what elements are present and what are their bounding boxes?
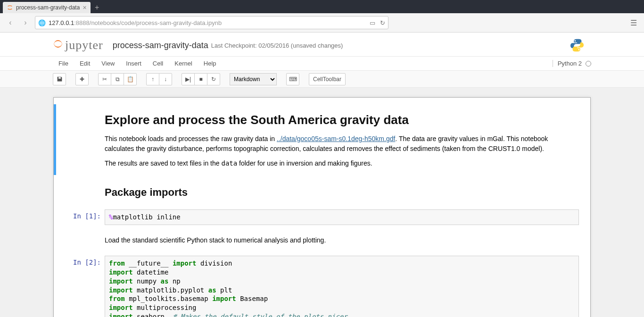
menu-edit[interactable]: Edit [74, 60, 96, 67]
menu-cell[interactable]: Cell [147, 60, 169, 67]
browser-tab-strip: process-sam-gravity-data × + [0, 0, 644, 13]
kernel-indicator: Python 2 [553, 60, 591, 67]
notebook-container: Explore and process the South America gr… [53, 97, 591, 317]
markdown-cell[interactable]: Explore and process the South America gr… [54, 104, 590, 175]
paragraph: This notebook loads and processes the ra… [105, 134, 579, 154]
menu-insert[interactable]: Insert [120, 60, 147, 67]
reader-mode-icon[interactable]: ▭ [370, 19, 375, 26]
run-button[interactable]: ▶| [182, 73, 195, 85]
browser-tab[interactable]: process-sam-gravity-data × [3, 2, 91, 13]
reload-icon[interactable]: ↻ [380, 19, 385, 26]
browser-tab-title: process-sam-gravity-data [16, 4, 80, 11]
move-down-button[interactable]: ↓ [159, 73, 172, 85]
code-input[interactable]: %matplotlib inline [105, 209, 579, 225]
jupyter-page: jupyter process-sam-gravity-data Last Ch… [0, 33, 644, 317]
jupyter-logo[interactable]: jupyter [53, 38, 103, 52]
toolbar: ✚ ✂ ⧉ 📋 ↑ ↓ ▶| ■ ↻ Markdown ⌨ CellToolba… [0, 71, 644, 88]
new-tab-button[interactable]: + [91, 2, 104, 13]
menu-bar: File Edit View Insert Cell Kernel Help P… [0, 56, 644, 71]
prompt [58, 179, 105, 204]
markdown-cell[interactable]: Package imports [54, 177, 590, 206]
markdown-cell[interactable]: Load the standard scientific Python stac… [54, 229, 590, 252]
data-file-link[interactable]: ../data/goco05s-sam-s0.1deg-h50km.gdf [277, 135, 395, 142]
url-path: /notebooks/code/process-sam-gravity-data… [90, 19, 222, 26]
jupyter-favicon [7, 4, 13, 11]
url-port: :8888 [74, 19, 90, 26]
copy-button[interactable]: ⧉ [111, 73, 124, 85]
kernel-status-icon [586, 61, 591, 67]
code-cell[interactable]: In [1]: %matplotlib inline [54, 208, 590, 227]
heading-1: Explore and process the South America gr… [105, 111, 579, 129]
paragraph: Load the standard scientific Python stac… [105, 235, 579, 245]
interrupt-button[interactable]: ■ [194, 73, 207, 85]
jupyter-logo-icon [53, 39, 63, 49]
move-up-button[interactable]: ↑ [146, 73, 159, 85]
prompt [58, 106, 105, 173]
restart-button[interactable]: ↻ [207, 73, 220, 85]
save-button[interactable] [53, 73, 66, 85]
back-button[interactable]: ‹ [5, 17, 16, 28]
tab-close-icon[interactable]: × [83, 4, 86, 11]
menu-help[interactable]: Help [198, 60, 222, 67]
forward-button[interactable]: › [20, 17, 31, 28]
input-prompt: In [1]: [58, 209, 105, 225]
paragraph: The results are saved to text files in t… [105, 158, 579, 168]
menu-file[interactable]: File [53, 60, 74, 67]
menu-kernel[interactable]: Kernel [169, 60, 198, 67]
heading-2: Package imports [105, 184, 579, 200]
cell-type-select[interactable]: Markdown [230, 73, 277, 85]
kernel-name: Python 2 [558, 60, 582, 67]
url-bar[interactable]: 🌐 127.0.0.1:8888/notebooks/code/process-… [35, 16, 388, 29]
cut-button[interactable]: ✂ [98, 73, 111, 85]
globe-icon: 🌐 [38, 19, 46, 26]
browser-menu-icon[interactable]: ☰ [628, 18, 639, 27]
code-cell[interactable]: In [2]: from __future__ import division … [54, 254, 590, 317]
menu-view[interactable]: View [96, 60, 120, 67]
command-palette-button[interactable]: ⌨ [286, 73, 299, 85]
python-logo-icon [570, 38, 585, 53]
jupyter-header: jupyter process-sam-gravity-data Last Ch… [0, 33, 644, 56]
url-host: 127.0.0.1 [49, 19, 74, 26]
prompt [58, 231, 105, 250]
code-input[interactable]: from __future__ import division import d… [105, 256, 579, 317]
browser-nav-bar: ‹ › 🌐 127.0.0.1:8888/notebooks/code/proc… [0, 13, 644, 33]
input-prompt: In [2]: [58, 256, 105, 317]
jupyter-logo-text: jupyter [65, 38, 103, 52]
notebook-name[interactable]: process-sam-gravity-data [113, 41, 208, 50]
insert-cell-button[interactable]: ✚ [75, 73, 89, 85]
notebook-scroll-area[interactable]: Explore and process the South America gr… [0, 88, 644, 317]
cell-toolbar-button[interactable]: CellToolbar [309, 73, 346, 85]
paste-button[interactable]: 📋 [124, 73, 137, 85]
checkpoint-status: Last Checkpoint: 02/05/2016 (unsaved cha… [211, 42, 343, 49]
